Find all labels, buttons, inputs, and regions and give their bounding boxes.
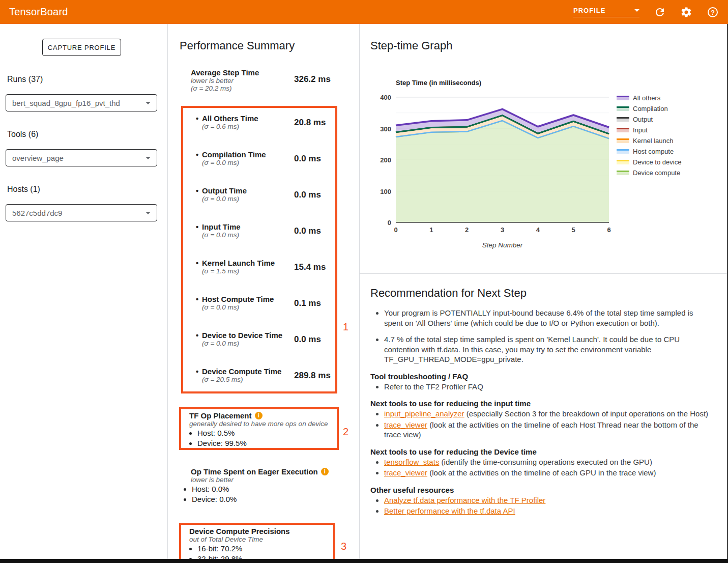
metric-sigma: (σ = 0.0 ms) bbox=[202, 231, 288, 239]
refresh-icon bbox=[654, 6, 666, 18]
recommendation-link[interactable]: Analyze tf.data performance with the TF … bbox=[384, 496, 545, 504]
svg-text:5: 5 bbox=[572, 226, 575, 234]
svg-text:2: 2 bbox=[465, 226, 469, 234]
recommendation-item: Better performance with the tf.data API bbox=[384, 506, 714, 516]
metric-sigma: (σ = 0.0 ms) bbox=[202, 195, 288, 203]
chart-axis-title: Step Time (in milliseconds) bbox=[396, 79, 481, 87]
metric-label: Compilation Time bbox=[202, 150, 288, 159]
runs-select-value: bert_squad_8gpu_fp16_pvt_thd bbox=[12, 99, 120, 107]
svg-text:4: 4 bbox=[536, 226, 540, 234]
gear-icon bbox=[680, 6, 692, 18]
recommendation-link[interactable]: Better performance with the tf.data API bbox=[384, 506, 515, 515]
step-time-graph-title: Step-time Graph bbox=[370, 39, 452, 52]
hosts-select-value: 5627c5dd7dc9 bbox=[12, 209, 62, 217]
help-button[interactable]: ? bbox=[707, 6, 719, 18]
tools-select-value: overview_page bbox=[12, 154, 64, 162]
recommendation-section-header: Tool troubleshooting / FAQ bbox=[370, 372, 714, 381]
tf-op-placement-box: TF Op Placement i generally desired to h… bbox=[179, 407, 339, 450]
stat-item: Device: 0.0% bbox=[192, 494, 347, 504]
svg-text:1: 1 bbox=[429, 226, 433, 234]
eager-execution-block: Op Time Spent on Eager Execution i lower… bbox=[180, 467, 347, 504]
runs-select[interactable]: bert_squad_8gpu_fp16_pvt_thd bbox=[6, 94, 157, 111]
device-compute-precisions-box: Device Compute Precisions out of Total D… bbox=[179, 523, 335, 563]
recommendation-item-text: (identify the time-consuming operations … bbox=[439, 458, 652, 466]
stat-item: Host: 0.5% bbox=[197, 428, 337, 438]
recommendation-item-text: (look at the activities on the timeline … bbox=[384, 420, 698, 439]
dashboard-selector-value: PROFILE bbox=[573, 7, 605, 14]
metric-value: 0.0 ms bbox=[294, 334, 321, 345]
eager-execution-list: Host: 0.0%Device: 0.0% bbox=[180, 484, 347, 504]
svg-text:100: 100 bbox=[380, 188, 391, 195]
chart-areas bbox=[396, 109, 609, 222]
eager-execution-note: lower is better bbox=[191, 476, 347, 484]
recommendation-link[interactable]: trace_viewer bbox=[384, 420, 427, 429]
recommendation-item: Refer to the TF2 Profiler FAQ bbox=[384, 382, 714, 392]
info-icon[interactable]: i bbox=[321, 468, 329, 475]
stat-item: Host: 0.0% bbox=[192, 484, 347, 494]
average-step-time-value: 326.2 ms bbox=[294, 74, 331, 85]
metric-label: Output Time bbox=[202, 186, 288, 195]
legend-label: All others bbox=[633, 94, 661, 102]
runs-label: Runs (37) bbox=[7, 75, 43, 84]
svg-text:400: 400 bbox=[380, 94, 391, 101]
average-step-time-block: Average Step Time lower is better (σ = 2… bbox=[191, 68, 287, 92]
eager-execution-title: Op Time Spent on Eager Execution bbox=[191, 467, 318, 476]
metric-value: 0.0 ms bbox=[294, 154, 321, 164]
legend-label: Device compute bbox=[633, 169, 680, 177]
recommendation-item-text: (look at the activities on the timeline … bbox=[427, 468, 656, 477]
average-step-time-sigma: (σ = 20.2 ms) bbox=[191, 85, 287, 92]
metric-sigma: (σ = 0.0 ms) bbox=[202, 340, 288, 347]
svg-text:3: 3 bbox=[501, 226, 504, 234]
app-header: TensorBoard PROFILE ? bbox=[0, 0, 728, 24]
metric-value: 15.4 ms bbox=[294, 262, 326, 272]
stat-item: 16-bit: 70.2% bbox=[197, 544, 333, 553]
metric-label: Device Compute Time bbox=[202, 367, 288, 376]
svg-text:6: 6 bbox=[607, 226, 610, 234]
reload-button[interactable] bbox=[654, 6, 666, 18]
recommendation-bullet: Your program is POTENTIALLY input-bound … bbox=[384, 308, 714, 328]
legend-label: Input bbox=[633, 126, 648, 134]
legend-label: Device to device bbox=[633, 158, 681, 166]
chart-xaxis-label: Step Number bbox=[482, 241, 523, 249]
svg-text:?: ? bbox=[711, 9, 715, 16]
metric-sigma: (σ = 20.5 ms) bbox=[202, 376, 288, 383]
tools-select[interactable]: overview_page bbox=[6, 149, 157, 166]
legend-label: Host compute bbox=[633, 148, 674, 155]
recommendation-item-text: (especially Section 3 for the breakdown … bbox=[464, 409, 708, 418]
help-icon: ? bbox=[707, 6, 719, 18]
recommendation-subsections: Tool troubleshooting / FAQRefer to the T… bbox=[370, 372, 714, 516]
recommendation-section-header: Next tools to use for reducing the input… bbox=[370, 399, 714, 408]
hosts-select[interactable]: 5627c5dd7dc9 bbox=[6, 204, 157, 221]
recommendation-title: Recommendation for Next Step bbox=[370, 287, 714, 300]
chevron-down-icon bbox=[145, 102, 151, 104]
recommendation-item: trace_viewer (look at the activities on … bbox=[384, 420, 714, 440]
recommendation-section-header: Other useful resources bbox=[370, 486, 714, 494]
recommendation-item: input_pipeline_analyzer (especially Sect… bbox=[384, 409, 714, 419]
metric-label: Host Compute Time bbox=[202, 295, 288, 303]
tf-op-placement-note: generally desired to have more ops on de… bbox=[189, 420, 337, 428]
tools-label: Tools (6) bbox=[7, 130, 38, 139]
annotation-1: 1 bbox=[343, 321, 348, 333]
metric-label: Input Time bbox=[202, 222, 288, 231]
metric-label: Kernel Launch Time bbox=[202, 259, 288, 267]
legend-label: Kernel launch bbox=[633, 137, 674, 145]
metric-value: 0.1 ms bbox=[294, 298, 321, 308]
step-time-chart: Step Time (in milliseconds)0100200300400… bbox=[360, 71, 728, 261]
recommendation-link[interactable]: trace_viewer bbox=[384, 468, 427, 477]
recommendation-item: Analyze tf.data performance with the TF … bbox=[384, 495, 714, 505]
right-panel: Step-time Graph Step Time (in millisecon… bbox=[360, 24, 728, 563]
annotation-3: 3 bbox=[341, 541, 346, 552]
recommendation-link[interactable]: tensorflow_stats bbox=[384, 458, 439, 466]
metric-value: 289.8 ms bbox=[294, 371, 331, 381]
info-icon[interactable]: i bbox=[255, 412, 263, 419]
recommendation-link[interactable]: input_pipeline_analyzer bbox=[384, 409, 464, 418]
device-compute-precisions-note: out of Total Device Time bbox=[189, 536, 333, 543]
capture-profile-button[interactable]: CAPTURE PROFILE bbox=[42, 39, 121, 56]
recommendation-section-header: Next tools to use for reducing the Devic… bbox=[370, 447, 714, 456]
settings-button[interactable] bbox=[680, 6, 692, 18]
performance-summary-panel: Performance Summary Average Step Time lo… bbox=[168, 24, 360, 559]
dashboard-selector[interactable]: PROFILE bbox=[573, 7, 639, 17]
average-step-time-label: Average Step Time bbox=[191, 68, 287, 77]
chevron-down-icon bbox=[145, 212, 151, 214]
tf-op-placement-list: Host: 0.5%Device: 99.5% bbox=[185, 428, 337, 448]
